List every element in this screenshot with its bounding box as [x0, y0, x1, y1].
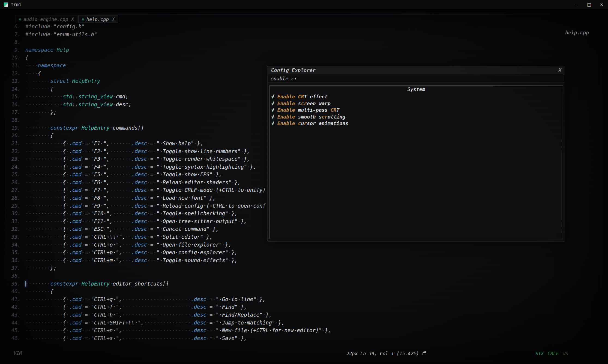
code-line[interactable]: 36.············{·.cmd·=·"CTRL+m·",···.de… [8, 256, 602, 264]
token: "·Toggle·CRLF·mode·(+CTRL·to·unify) [157, 187, 266, 193]
token: "F2·", [91, 148, 110, 154]
token: = [85, 312, 88, 318]
tab-close-button[interactable]: X [112, 17, 115, 22]
crt-screen: ⊕audio-engine.cppX⊕help.cppX help.cpp 6.… [5, 12, 603, 362]
code-line[interactable]: 8. [8, 38, 602, 46]
line-number: 39. [8, 280, 21, 288]
config-option[interactable]: √ Enable smooth scrolling [271, 114, 561, 120]
checkbox-checked-icon[interactable]: √ [271, 101, 277, 106]
close-icon[interactable]: X [559, 67, 561, 73]
token: ······· [110, 148, 131, 154]
minimize-button[interactable]: – [570, 0, 583, 9]
token: · [66, 140, 69, 146]
line-number: 10. [8, 54, 21, 62]
token: = [209, 304, 212, 310]
code-text: ············{·.cmd·=·"CTRL+p·",···.desc·… [25, 248, 238, 256]
code-line[interactable]: 43.············{·.cmd·=·"CTRL+h·",······… [8, 311, 602, 319]
code-line[interactable]: 41.············{·.cmd·=·"CTRL+g·",······… [8, 295, 602, 303]
token: · [206, 296, 209, 302]
os-titlebar: fred –□× [0, 0, 608, 9]
token: · [88, 320, 91, 326]
token: HelpEntry [82, 281, 110, 287]
code-line[interactable]: 46.············{·.cmd·=·"CTRL+s·",······… [8, 334, 602, 342]
token: .cmd [69, 210, 82, 216]
code-line[interactable]: 44.············{·.cmd·=·"CTRL+SHIFT+\\·"… [8, 319, 602, 327]
token: }; [50, 265, 57, 271]
tab-audio-engine.cpp[interactable]: ⊕audio-engine.cppX [15, 16, 77, 23]
token: .desc [191, 320, 206, 326]
code-line[interactable]: 6.#include·"config.h" [8, 23, 602, 31]
close-button[interactable]: × [595, 0, 608, 9]
code-text: ········{ [25, 85, 53, 93]
config-option[interactable]: √ Enable multi-pass CRT [271, 107, 561, 114]
token: = [150, 226, 153, 232]
config-option[interactable]: √ Enable screen warp [271, 100, 561, 107]
line-number: 13. [8, 77, 21, 85]
token: · [66, 249, 69, 255]
token: · [238, 218, 241, 224]
code-line[interactable]: 7.#include·"enum-utils.h" [8, 31, 602, 38]
checkbox-checked-icon[interactable]: √ [271, 114, 277, 120]
config-explorer-titlebar: Config Explorer X [268, 66, 565, 74]
token: = [85, 257, 88, 263]
token: { [25, 54, 28, 60]
config-section-header: System [270, 86, 563, 93]
code-text: ········}; [25, 264, 56, 272]
token: ··· [122, 257, 131, 263]
checkbox-checked-icon[interactable]: √ [271, 107, 277, 113]
tab-label: help.cpp [86, 17, 109, 22]
code-line[interactable]: 42.············{·.cmd·=·"CTRL+f·",······… [8, 303, 602, 311]
token: ······· [110, 203, 131, 209]
line-number: 44. [8, 319, 21, 327]
token: #include [25, 23, 50, 29]
token: .desc [191, 335, 206, 341]
code-text: ············{·.cmd·=·"CTRL+h·",·········… [25, 311, 272, 319]
token: "·Save" [216, 335, 238, 341]
config-search-input[interactable]: enable cr [268, 74, 565, 83]
cpp-file-icon: ⊕ [82, 17, 84, 22]
token: .desc [131, 257, 147, 263]
token: · [206, 195, 209, 201]
token: · [66, 164, 69, 170]
code-line[interactable]: 45.············{·.cmd·=·"CTRL+n·",······… [8, 326, 602, 334]
option-label-segment: een warp [307, 101, 331, 106]
code-line[interactable]: 40.········{ [8, 287, 602, 295]
checkbox-checked-icon[interactable]: √ [271, 120, 277, 126]
token: .cmd [69, 249, 82, 255]
token: = [209, 335, 212, 341]
code-line[interactable]: 34.············{·.cmd·=·"CTRL+o·",···.de… [8, 241, 602, 249]
token: · [88, 242, 91, 248]
config-results-panel: System √ Enable CRT effect√ Enable scree… [269, 85, 563, 239]
line-number: 31. [8, 217, 21, 225]
code-text: #include·"config.h" [25, 23, 85, 31]
code-text: ········constexpr·HelpEntry·commands[] [25, 124, 144, 132]
token: ······················ [122, 312, 191, 318]
token: "F5·", [91, 171, 110, 177]
maximize-button[interactable]: □ [583, 0, 595, 9]
token: · [88, 296, 91, 302]
token: }, [244, 156, 250, 162]
token: · [66, 148, 69, 154]
config-option[interactable]: √ Enable CRT effect [271, 93, 561, 100]
token: · [88, 304, 91, 310]
tab-close-button[interactable]: X [71, 17, 74, 22]
token: = [85, 210, 88, 216]
tab-help.cpp[interactable]: ⊕help.cppX [78, 16, 118, 23]
token: ············ [25, 312, 63, 318]
token: .cmd [69, 242, 82, 248]
cpp-file-icon: ⊕ [19, 17, 21, 22]
token: · [66, 210, 69, 216]
token: ············ [25, 179, 63, 185]
token: ···· [25, 70, 38, 76]
token: · [147, 242, 150, 248]
code-line[interactable]: 37.········}; [8, 264, 602, 272]
code-line[interactable]: 10.{ [8, 54, 602, 62]
code-line[interactable]: 39.········constexpr·HelpEntry·editor_sh… [8, 280, 602, 288]
code-line[interactable]: 38. [8, 272, 602, 280]
config-option[interactable]: √ Enable cursor animations [271, 120, 561, 127]
token: namespace [25, 47, 53, 53]
token: · [88, 171, 91, 177]
code-line[interactable]: 9.namespace·Help [8, 46, 602, 54]
checkbox-checked-icon[interactable]: √ [271, 94, 277, 99]
code-line[interactable]: 35.············{·.cmd·=·"CTRL+p·",···.de… [8, 248, 602, 256]
